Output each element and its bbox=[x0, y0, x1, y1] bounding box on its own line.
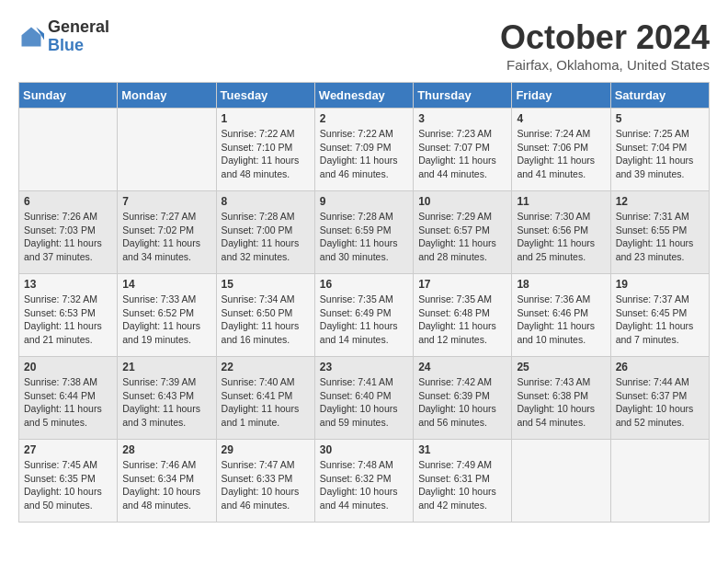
day-number: 31 bbox=[418, 443, 506, 456]
day-info: Sunrise: 7:38 AM Sunset: 6:44 PM Dayligh… bbox=[24, 375, 112, 430]
day-info: Sunrise: 7:39 AM Sunset: 6:43 PM Dayligh… bbox=[122, 375, 210, 430]
day-info: Sunrise: 7:32 AM Sunset: 6:53 PM Dayligh… bbox=[24, 293, 112, 347]
title-block: October 2024 Fairfax, Oklahoma, United S… bbox=[500, 18, 710, 73]
calendar-cell: 19Sunrise: 7:37 AM Sunset: 6:45 PM Dayli… bbox=[610, 274, 709, 357]
day-number: 29 bbox=[222, 443, 310, 456]
day-info: Sunrise: 7:41 AM Sunset: 6:40 PM Dayligh… bbox=[320, 375, 408, 430]
day-info: Sunrise: 7:23 AM Sunset: 7:07 PM Dayligh… bbox=[418, 127, 506, 181]
calendar-week-row: 1Sunrise: 7:22 AM Sunset: 7:10 PM Daylig… bbox=[19, 109, 710, 191]
day-number: 28 bbox=[122, 443, 210, 456]
calendar-cell: 12Sunrise: 7:31 AM Sunset: 6:55 PM Dayli… bbox=[610, 191, 709, 274]
header-friday: Friday bbox=[512, 83, 610, 109]
day-number: 17 bbox=[418, 278, 506, 291]
calendar-cell: 20Sunrise: 7:38 AM Sunset: 6:44 PM Dayli… bbox=[19, 357, 118, 440]
day-number: 26 bbox=[616, 361, 704, 373]
day-info: Sunrise: 7:44 AM Sunset: 6:37 PM Dayligh… bbox=[616, 375, 704, 430]
month-title: October 2024 bbox=[500, 18, 710, 57]
day-info: Sunrise: 7:35 AM Sunset: 6:48 PM Dayligh… bbox=[418, 293, 506, 347]
day-number: 10 bbox=[418, 195, 506, 208]
day-number: 4 bbox=[517, 112, 605, 125]
calendar-cell: 16Sunrise: 7:35 AM Sunset: 6:49 PM Dayli… bbox=[314, 274, 413, 357]
calendar-cell bbox=[610, 440, 709, 523]
day-number: 1 bbox=[222, 112, 310, 125]
calendar-cell: 4Sunrise: 7:24 AM Sunset: 7:06 PM Daylig… bbox=[512, 109, 610, 191]
day-number: 13 bbox=[24, 278, 112, 291]
logo: General Blue bbox=[18, 18, 109, 55]
day-info: Sunrise: 7:45 AM Sunset: 6:35 PM Dayligh… bbox=[24, 458, 112, 512]
calendar-cell: 17Sunrise: 7:35 AM Sunset: 6:48 PM Dayli… bbox=[414, 274, 512, 357]
day-number: 5 bbox=[616, 112, 704, 125]
calendar-cell: 24Sunrise: 7:42 AM Sunset: 6:39 PM Dayli… bbox=[414, 357, 512, 440]
calendar-cell: 10Sunrise: 7:29 AM Sunset: 6:57 PM Dayli… bbox=[414, 191, 512, 274]
day-info: Sunrise: 7:28 AM Sunset: 7:00 PM Dayligh… bbox=[222, 210, 310, 264]
day-info: Sunrise: 7:25 AM Sunset: 7:04 PM Dayligh… bbox=[616, 127, 704, 181]
calendar-header-row: SundayMondayTuesdayWednesdayThursdayFrid… bbox=[19, 83, 710, 109]
day-info: Sunrise: 7:28 AM Sunset: 6:59 PM Dayligh… bbox=[320, 210, 408, 264]
logo-general-text: General bbox=[48, 18, 109, 37]
calendar-cell: 7Sunrise: 7:27 AM Sunset: 7:02 PM Daylig… bbox=[118, 191, 216, 274]
header-thursday: Thursday bbox=[414, 83, 512, 109]
calendar-week-row: 20Sunrise: 7:38 AM Sunset: 6:44 PM Dayli… bbox=[19, 357, 710, 440]
calendar-cell: 5Sunrise: 7:25 AM Sunset: 7:04 PM Daylig… bbox=[610, 109, 709, 191]
calendar-cell bbox=[512, 440, 610, 523]
day-info: Sunrise: 7:49 AM Sunset: 6:31 PM Dayligh… bbox=[418, 458, 506, 512]
header-saturday: Saturday bbox=[610, 83, 709, 109]
calendar-cell: 15Sunrise: 7:34 AM Sunset: 6:50 PM Dayli… bbox=[216, 274, 314, 357]
calendar-cell: 6Sunrise: 7:26 AM Sunset: 7:03 PM Daylig… bbox=[19, 191, 118, 274]
calendar-cell: 14Sunrise: 7:33 AM Sunset: 6:52 PM Dayli… bbox=[118, 274, 216, 357]
calendar-cell: 2Sunrise: 7:22 AM Sunset: 7:09 PM Daylig… bbox=[314, 109, 413, 191]
calendar-cell: 18Sunrise: 7:36 AM Sunset: 6:46 PM Dayli… bbox=[512, 274, 610, 357]
header-tuesday: Tuesday bbox=[216, 83, 314, 109]
day-number: 24 bbox=[418, 361, 506, 373]
calendar-cell: 31Sunrise: 7:49 AM Sunset: 6:31 PM Dayli… bbox=[414, 440, 512, 523]
calendar-cell: 21Sunrise: 7:39 AM Sunset: 6:43 PM Dayli… bbox=[118, 357, 216, 440]
day-number: 8 bbox=[222, 195, 310, 208]
calendar-week-row: 13Sunrise: 7:32 AM Sunset: 6:53 PM Dayli… bbox=[19, 274, 710, 357]
calendar-week-row: 6Sunrise: 7:26 AM Sunset: 7:03 PM Daylig… bbox=[19, 191, 710, 274]
day-info: Sunrise: 7:26 AM Sunset: 7:03 PM Dayligh… bbox=[24, 210, 112, 264]
day-info: Sunrise: 7:40 AM Sunset: 6:41 PM Dayligh… bbox=[222, 375, 310, 430]
day-number: 6 bbox=[24, 195, 112, 208]
day-info: Sunrise: 7:47 AM Sunset: 6:33 PM Dayligh… bbox=[222, 458, 310, 512]
day-info: Sunrise: 7:29 AM Sunset: 6:57 PM Dayligh… bbox=[418, 210, 506, 264]
day-number: 2 bbox=[320, 112, 408, 125]
day-number: 16 bbox=[320, 278, 408, 291]
calendar-cell bbox=[19, 109, 118, 191]
calendar-cell: 26Sunrise: 7:44 AM Sunset: 6:37 PM Dayli… bbox=[610, 357, 709, 440]
calendar-cell: 28Sunrise: 7:46 AM Sunset: 6:34 PM Dayli… bbox=[118, 440, 216, 523]
day-number: 18 bbox=[517, 278, 605, 291]
calendar-cell: 1Sunrise: 7:22 AM Sunset: 7:10 PM Daylig… bbox=[216, 109, 314, 191]
day-info: Sunrise: 7:34 AM Sunset: 6:50 PM Dayligh… bbox=[222, 293, 310, 347]
day-info: Sunrise: 7:48 AM Sunset: 6:32 PM Dayligh… bbox=[320, 458, 408, 512]
calendar-cell: 25Sunrise: 7:43 AM Sunset: 6:38 PM Dayli… bbox=[512, 357, 610, 440]
logo-icon bbox=[18, 24, 44, 50]
day-number: 15 bbox=[222, 278, 310, 291]
header-monday: Monday bbox=[118, 83, 216, 109]
day-number: 23 bbox=[320, 361, 408, 373]
calendar-cell: 22Sunrise: 7:40 AM Sunset: 6:41 PM Dayli… bbox=[216, 357, 314, 440]
calendar-table: SundayMondayTuesdayWednesdayThursdayFrid… bbox=[18, 82, 710, 523]
calendar-cell: 8Sunrise: 7:28 AM Sunset: 7:00 PM Daylig… bbox=[216, 191, 314, 274]
day-number: 14 bbox=[122, 278, 210, 291]
day-info: Sunrise: 7:33 AM Sunset: 6:52 PM Dayligh… bbox=[122, 293, 210, 347]
day-info: Sunrise: 7:37 AM Sunset: 6:45 PM Dayligh… bbox=[616, 293, 704, 347]
calendar-cell: 30Sunrise: 7:48 AM Sunset: 6:32 PM Dayli… bbox=[314, 440, 413, 523]
day-number: 20 bbox=[24, 361, 112, 373]
day-number: 3 bbox=[418, 112, 506, 125]
day-number: 21 bbox=[122, 361, 210, 373]
header-sunday: Sunday bbox=[19, 83, 118, 109]
day-info: Sunrise: 7:31 AM Sunset: 6:55 PM Dayligh… bbox=[616, 210, 704, 264]
day-number: 9 bbox=[320, 195, 408, 208]
logo-blue-text: Blue bbox=[48, 37, 109, 55]
day-info: Sunrise: 7:35 AM Sunset: 6:49 PM Dayligh… bbox=[320, 293, 408, 347]
day-info: Sunrise: 7:24 AM Sunset: 7:06 PM Dayligh… bbox=[517, 127, 605, 181]
calendar-cell: 29Sunrise: 7:47 AM Sunset: 6:33 PM Dayli… bbox=[216, 440, 314, 523]
calendar-cell: 23Sunrise: 7:41 AM Sunset: 6:40 PM Dayli… bbox=[314, 357, 413, 440]
day-number: 19 bbox=[616, 278, 704, 291]
calendar-cell bbox=[118, 109, 216, 191]
calendar-week-row: 27Sunrise: 7:45 AM Sunset: 6:35 PM Dayli… bbox=[19, 440, 710, 523]
calendar-cell: 13Sunrise: 7:32 AM Sunset: 6:53 PM Dayli… bbox=[19, 274, 118, 357]
page-header: General Blue October 2024 Fairfax, Oklah… bbox=[18, 18, 710, 73]
day-number: 7 bbox=[122, 195, 210, 208]
day-number: 12 bbox=[616, 195, 704, 208]
